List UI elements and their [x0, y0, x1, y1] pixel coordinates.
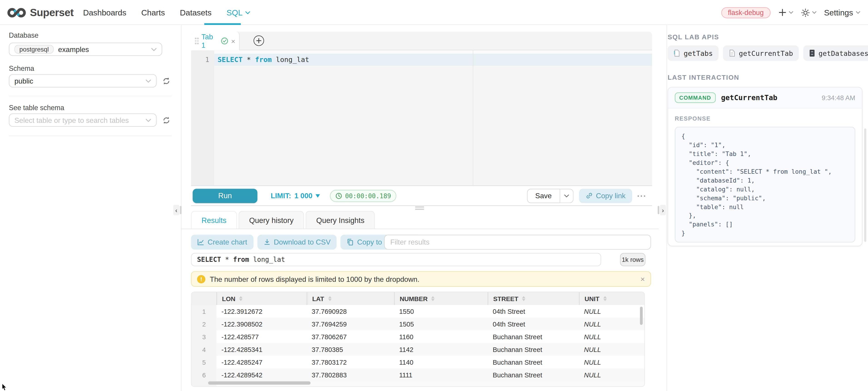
table-header-row: LON LAT NUMBER STREET UNIT [191, 292, 644, 305]
editor-tab-title: Tab 1 [202, 33, 218, 49]
table-select[interactable]: Select table or type to search tables [9, 113, 157, 127]
database-engine-tag: postgresql [14, 45, 54, 54]
nav-sql[interactable]: SQL [226, 8, 250, 17]
mouse-cursor [0, 384, 9, 391]
response-label: RESPONSE [675, 115, 855, 122]
nav-charts[interactable]: Charts [141, 8, 165, 17]
file-cabinet-icon [808, 49, 815, 57]
superset-infinity-icon [7, 6, 26, 19]
collapse-sidebar-button[interactable]: ‹ [173, 205, 179, 215]
query-timer-badge: 00:00:00.189 [330, 190, 397, 202]
command-name: getCurrentTab [721, 94, 777, 102]
active-nav-underline [204, 23, 241, 25]
chevron-down-icon [245, 11, 250, 14]
editor-tabstrip: Tab 1 × [191, 32, 652, 51]
clock-icon [336, 192, 342, 199]
page-icon [728, 49, 736, 57]
editor-tab-1[interactable]: Tab 1 × [191, 32, 240, 51]
table-row: 4-122.428534137.7803851142Buchanan Stree… [191, 343, 644, 356]
settings-menu[interactable]: Settings [824, 8, 860, 17]
superset-logo[interactable]: Superset [7, 0, 73, 25]
sql-editor[interactable]: 1 SELECT * from long_lat [191, 51, 652, 186]
navbar: Superset Dashboards Charts Datasets SQL … [0, 0, 868, 25]
bookmark-tabs-icon [673, 49, 680, 57]
sidebar-resize-grip[interactable] [180, 206, 182, 214]
collapse-rightpanel-button[interactable]: › [660, 205, 666, 215]
query-success-icon [221, 37, 228, 45]
database-label: Database [9, 32, 38, 39]
copy-link-button[interactable]: Copy link [579, 189, 632, 203]
tab-query-history[interactable]: Query history [239, 211, 304, 229]
main-nav: Dashboards Charts Datasets SQL [83, 0, 250, 25]
drag-handle-icon[interactable] [195, 38, 199, 44]
warning-text: The number of rows displayed is limited … [210, 275, 420, 283]
nav-datasets[interactable]: Datasets [180, 8, 212, 17]
response-json: { "id": "1", "title": "Tab 1", "editor":… [682, 132, 849, 238]
limit-dropdown[interactable]: LIMIT: 1 000 [271, 191, 320, 200]
refresh-schemas-icon[interactable] [162, 77, 170, 86]
refresh-tables-icon[interactable] [162, 116, 170, 125]
column-header-unit[interactable]: UNIT [579, 292, 645, 305]
sort-icon [239, 296, 243, 301]
table-schema-label: See table schema [9, 104, 64, 112]
command-timestamp: 9:34:48 AM [822, 94, 855, 101]
tab-query-insights[interactable]: Query Insights [306, 211, 375, 229]
rightpanel-resize-grip[interactable] [658, 206, 659, 214]
more-options-button[interactable]: ··· [637, 191, 647, 200]
run-button[interactable]: Run [193, 189, 257, 203]
close-warning-icon[interactable]: × [641, 274, 645, 283]
environment-badge: flask-debug [721, 7, 770, 18]
add-tab-button[interactable] [253, 35, 264, 46]
filter-results-input[interactable] [384, 235, 651, 250]
interaction-card-header: COMMAND getCurrentTab 9:34:48 AM [668, 88, 862, 108]
sidebar-section-divider [9, 96, 172, 96]
plus-icon [256, 38, 261, 43]
database-value: examples [58, 45, 89, 54]
theme-toggle-button[interactable] [801, 8, 816, 17]
column-header-number[interactable]: NUMBER [394, 292, 488, 305]
copy-icon [347, 239, 354, 246]
database-select[interactable]: postgresql examples [9, 43, 162, 56]
row-count-badge: 1k rows [620, 253, 645, 266]
api-panel-title: SQL LAB APIS [668, 33, 719, 41]
response-code-block: { "id": "1", "title": "Tab 1", "editor":… [675, 127, 855, 242]
tabbar-divider [181, 229, 659, 229]
create-chart-button[interactable]: Create chart [191, 235, 253, 250]
results-tabbar: Results Query history Query Insights [191, 211, 375, 229]
plus-icon [778, 8, 786, 17]
download-csv-button[interactable]: Download to CSV [257, 235, 337, 250]
tab-results[interactable]: Results [191, 211, 237, 229]
table-select-placeholder: Select table or type to search tables [14, 116, 129, 124]
sql-code-line[interactable]: SELECT * from long_lat [218, 54, 309, 66]
column-header-street[interactable]: STREET [488, 292, 579, 305]
column-header-lon[interactable]: LON [216, 292, 307, 305]
schema-label: Schema [9, 65, 34, 72]
chevron-down-icon [146, 79, 151, 83]
line-number: 1 [191, 54, 209, 66]
column-header-lat[interactable]: LAT [307, 292, 394, 305]
chevron-down-icon [564, 194, 569, 197]
navbar-right: flask-debug Settings [721, 0, 860, 25]
get-current-tab-button[interactable]: getCurrentTab [723, 45, 799, 61]
rightpanel-scrollbar[interactable] [864, 129, 866, 242]
warning-icon: ! [197, 275, 206, 283]
editor-gutter: 1 [191, 51, 214, 186]
save-options-button[interactable] [560, 189, 574, 203]
chevron-down-icon [856, 11, 860, 14]
get-databases-button[interactable]: getDatabases [803, 45, 868, 61]
get-tabs-button[interactable]: getTabs [668, 45, 718, 61]
table-row: 3-122.42857737.78062671160Buchanan Stree… [191, 330, 644, 343]
download-icon [263, 239, 271, 246]
new-item-button[interactable] [778, 8, 793, 17]
sidebar-section-divider [9, 136, 172, 136]
vertical-scrollbar[interactable] [640, 306, 643, 325]
schema-value: public [14, 77, 33, 85]
schema-select[interactable]: public [9, 74, 157, 88]
close-tab-icon[interactable]: × [231, 37, 235, 45]
horizontal-scrollbar[interactable] [208, 381, 311, 385]
save-button[interactable]: Save [527, 189, 560, 203]
nav-dashboards[interactable]: Dashboards [83, 8, 126, 17]
command-badge: COMMAND [675, 92, 715, 103]
panel-resize-handle[interactable] [415, 206, 424, 211]
table-row: 6-122.428954237.78028831111Buchanan Stre… [191, 368, 644, 381]
